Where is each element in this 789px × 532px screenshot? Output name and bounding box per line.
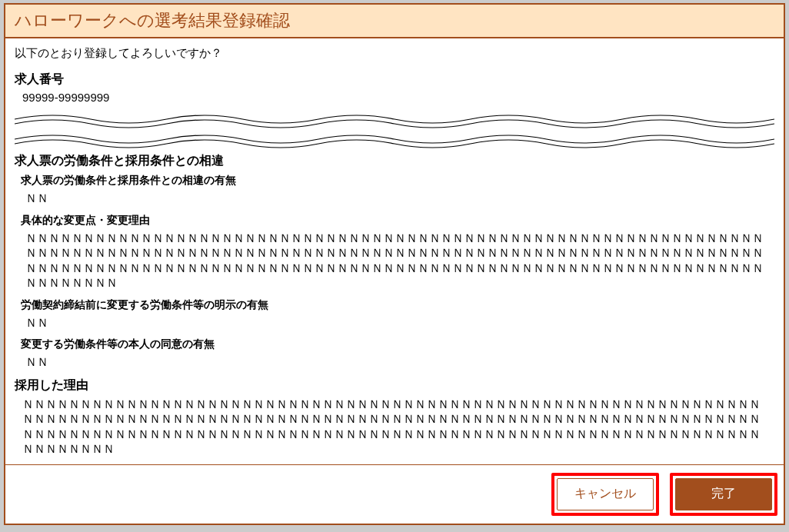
diff-heading: 求人票の労働条件と採用条件との相違 [15,153,774,169]
job-number-value: 99999-99999999 [15,91,774,104]
disclosure-value: ＮＮ [15,315,774,331]
confirmation-dialog: ハローワークへの選考結果登録確認 以下のとおり登録してよろしいですか？ 求人番号… [4,3,785,525]
dialog-body: 以下のとおり登録してよろしいですか？ 求人番号 99999-99999999 求… [5,38,784,457]
reason-value: ＮＮＮＮＮＮＮＮＮＮＮＮＮＮＮＮＮＮＮＮＮＮＮＮＮＮＮＮＮＮＮＮＮＮＮＮＮＮＮＮ… [15,397,774,457]
consent-label: 変更する労働条件等の本人の同意の有無 [15,337,774,351]
button-bar: キャンセル 完了 [5,464,784,524]
highlight-complete: 完了 [670,473,777,516]
detail-label: 具体的な変更点・変更理由 [15,214,774,228]
detail-value: ＮＮＮＮＮＮＮＮＮＮＮＮＮＮＮＮＮＮＮＮＮＮＮＮＮＮＮＮＮＮＮＮＮＮＮＮＮＮＮＮ… [15,231,774,291]
consent-value: ＮＮ [15,354,774,370]
reason-heading: 採用した理由 [15,377,774,394]
job-number-heading: 求人番号 [15,71,774,88]
dialog-title: ハローワークへの選考結果登録確認 [5,5,784,38]
highlight-cancel: キャンセル [551,473,659,516]
disclosure-label: 労働契約締結前に変更する労働条件等の明示の有無 [15,298,774,312]
cancel-button[interactable]: キャンセル [557,478,654,510]
complete-button[interactable]: 完了 [675,478,772,510]
prompt-text: 以下のとおり登録してよろしいですか？ [15,46,774,61]
omission-indicator [15,110,774,153]
has-diff-value: ＮＮ [15,191,774,206]
has-diff-label: 求人票の労働条件と採用条件との相違の有無 [15,174,774,188]
